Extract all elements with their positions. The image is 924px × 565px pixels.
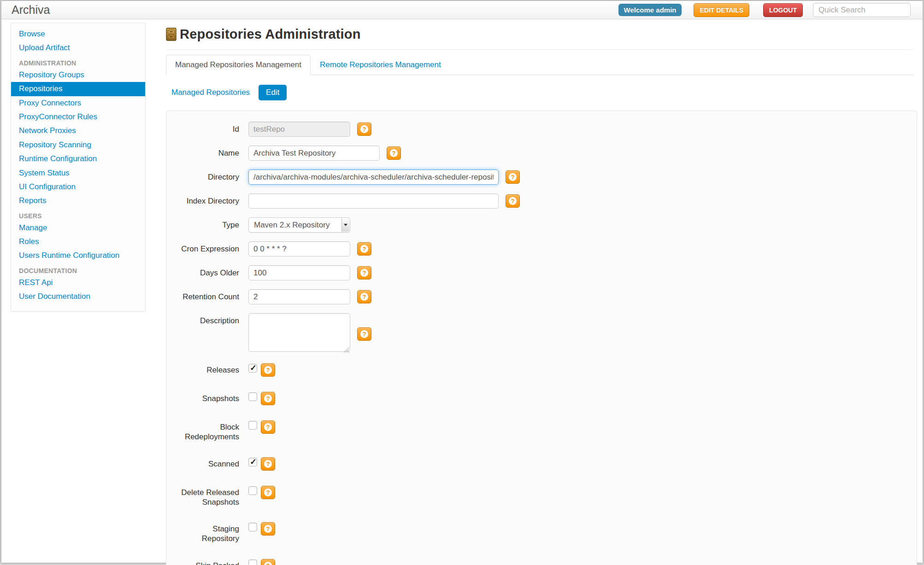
field-row-delete-released-snapshots: Delete Released Snapshots ? — [176, 485, 907, 507]
sidebar-item-repository-groups[interactable]: Repository Groups — [11, 68, 145, 82]
tab-managed-repositories-management[interactable]: Managed Repositories Management — [166, 55, 311, 75]
snapshots-label: Snapshots — [176, 391, 248, 405]
block-redeployments-checkbox[interactable] — [248, 421, 257, 430]
name-field[interactable] — [248, 146, 380, 161]
block-redeployments-help-button[interactable]: ? — [261, 420, 275, 434]
page-title: Repositories Administration — [180, 27, 361, 42]
scanned-label: Scanned — [176, 456, 248, 471]
field-row-staging-repository: Staging Repository ? — [176, 521, 907, 544]
sidebar-item-repository-scanning[interactable]: Repository Scanning — [11, 138, 145, 152]
days-older-field[interactable] — [248, 265, 350, 280]
description-label: Description — [176, 313, 248, 354]
index-directory-field[interactable] — [248, 193, 499, 209]
edit-details-button[interactable]: EDIT DETAILS — [694, 3, 749, 17]
question-icon: ? — [264, 525, 272, 533]
question-icon: ? — [264, 423, 272, 431]
type-select[interactable]: Maven 2.x Repository — [248, 217, 350, 233]
sidebar-item-proxy-connectors[interactable]: Proxy Connectors — [11, 96, 145, 110]
skip-packed-index-label: Skip Packed Index creation — [176, 558, 248, 565]
sidebar-item-repositories[interactable]: Repositories — [11, 82, 145, 96]
delete-released-snapshots-checkbox[interactable] — [248, 486, 257, 495]
tab-remote-repositories-management[interactable]: Remote Repositories Management — [311, 55, 450, 75]
sidebar-item-network-proxies[interactable]: Network Proxies — [11, 124, 145, 138]
question-icon: ? — [360, 125, 368, 133]
sidebar-item-proxyconnector-rules[interactable]: ProxyConnector Rules — [11, 110, 145, 124]
retention-count-field[interactable] — [248, 289, 350, 304]
chevron-down-icon — [341, 218, 349, 232]
sidebar-item-system-status[interactable]: System Status — [11, 166, 145, 180]
releases-label: Releases — [176, 362, 248, 377]
pill-edit[interactable]: Edit — [259, 85, 287, 100]
main-content: Repositories Administration Managed Repo… — [166, 19, 914, 565]
sidebar-item-manage[interactable]: Manage — [11, 221, 145, 235]
app-window: Archiva Welcome admin EDIT DETAILS LOGOU… — [1, 0, 923, 563]
field-row-directory: Directory ? — [176, 169, 907, 185]
tab-bar: Managed Repositories Management Remote R… — [166, 55, 914, 75]
directory-label: Directory — [176, 169, 248, 185]
staging-repository-checkbox[interactable] — [248, 523, 257, 531]
field-row-block-redeployments: Block Redeployments ? — [176, 419, 907, 442]
scanned-checkbox[interactable] — [248, 458, 257, 466]
quick-search-input[interactable] — [813, 3, 911, 17]
releases-checkbox[interactable] — [248, 364, 257, 373]
question-icon: ? — [360, 293, 368, 301]
days-older-label: Days Older — [176, 265, 248, 280]
field-row-description: Description ? — [176, 313, 907, 354]
sidebar-item-users-runtime-configuration[interactable]: Users Runtime Configuration — [11, 249, 145, 262]
question-icon: ? — [264, 460, 272, 468]
field-row-scanned: Scanned ? — [176, 456, 907, 471]
sidebar-item-ui-configuration[interactable]: UI Configuration — [11, 180, 145, 194]
days-older-help-button[interactable]: ? — [357, 266, 371, 280]
skip-packed-index-checkbox[interactable] — [248, 559, 257, 565]
staging-repository-label: Staging Repository — [176, 521, 248, 544]
block-redeployments-label: Block Redeployments — [176, 419, 248, 442]
question-icon: ? — [509, 197, 517, 205]
sidebar-header-administration: ADMINISTRATION — [11, 55, 145, 68]
releases-help-button[interactable]: ? — [261, 363, 275, 377]
cron-help-button[interactable]: ? — [357, 242, 371, 256]
staging-repository-help-button[interactable]: ? — [261, 522, 275, 536]
field-row-releases: Releases ? — [176, 362, 907, 377]
question-icon: ? — [264, 489, 272, 496]
header-divider — [166, 49, 914, 50]
question-icon: ? — [360, 245, 368, 253]
sidebar-item-upload-artifact[interactable]: Upload Artifact — [11, 41, 145, 55]
pill-managed-repositories[interactable]: Managed Repositories — [171, 88, 250, 97]
id-help-button[interactable]: ? — [357, 122, 371, 136]
sidebar-item-reports[interactable]: Reports — [11, 194, 145, 208]
sidebar-item-rest-api[interactable]: REST Api — [11, 276, 145, 290]
field-row-type: Type Maven 2.x Repository — [176, 217, 907, 233]
question-icon: ? — [264, 395, 272, 402]
question-icon: ? — [264, 366, 272, 374]
sidebar-item-browse[interactable]: Browse — [11, 27, 145, 41]
sidebar-item-roles[interactable]: Roles — [11, 235, 145, 249]
index-directory-label: Index Directory — [176, 193, 248, 209]
scanned-help-button[interactable]: ? — [261, 457, 275, 471]
skip-packed-index-help-button[interactable]: ? — [261, 559, 275, 565]
logout-button[interactable]: LOGOUT — [763, 3, 803, 17]
index-directory-help-button[interactable]: ? — [506, 194, 520, 208]
page-header: Repositories Administration — [166, 27, 914, 42]
question-icon: ? — [360, 330, 368, 338]
question-icon: ? — [509, 173, 517, 181]
snapshots-help-button[interactable]: ? — [261, 392, 275, 405]
sidebar-item-runtime-configuration[interactable]: Runtime Configuration — [11, 152, 145, 166]
name-help-button[interactable]: ? — [387, 146, 401, 160]
directory-field[interactable] — [248, 169, 499, 185]
retention-count-help-button[interactable]: ? — [357, 290, 371, 303]
field-row-snapshots: Snapshots ? — [176, 391, 907, 405]
id-label: Id — [176, 122, 248, 137]
sidebar-item-user-documentation[interactable]: User Documentation — [11, 290, 145, 303]
cron-expression-field[interactable] — [248, 241, 350, 256]
id-field — [248, 122, 350, 137]
field-row-index-directory: Index Directory ? — [176, 193, 907, 209]
field-row-skip-packed-index: Skip Packed Index creation ? — [176, 558, 907, 565]
field-row-cron: Cron Expression ? — [176, 241, 907, 256]
description-help-button[interactable]: ? — [357, 327, 371, 341]
delete-released-snapshots-help-button[interactable]: ? — [261, 486, 275, 499]
description-field[interactable] — [248, 313, 350, 352]
snapshots-checkbox[interactable] — [248, 392, 257, 401]
field-row-id: Id ? — [176, 122, 907, 137]
delete-released-snapshots-label: Delete Released Snapshots — [176, 485, 248, 507]
directory-help-button[interactable]: ? — [506, 170, 520, 184]
